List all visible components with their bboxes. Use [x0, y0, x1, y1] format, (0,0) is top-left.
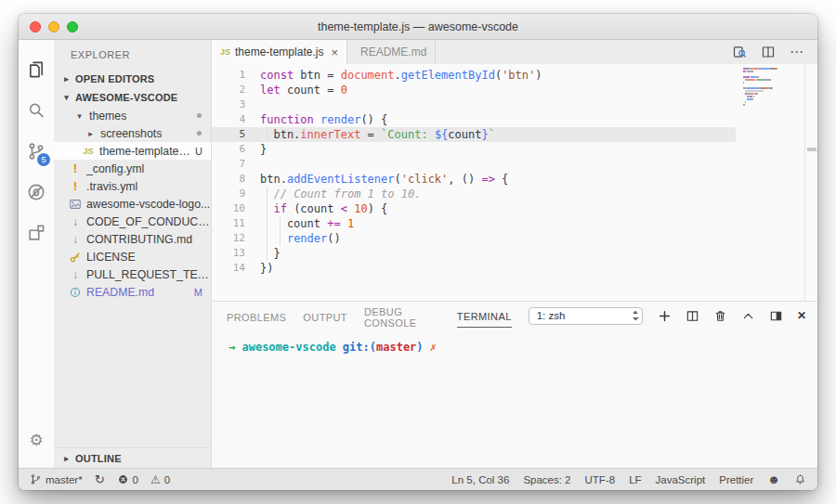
panel-tab-terminal[interactable]: TERMINAL	[457, 304, 512, 328]
activity-bar-item-search[interactable]	[19, 90, 54, 131]
tree-item-screenshots[interactable]: ▸screenshots	[54, 124, 211, 142]
files-icon	[26, 59, 46, 80]
status-item-prettier[interactable]: Prettier	[719, 474, 753, 485]
line-content: })	[245, 261, 736, 276]
panel-tab-debug-console[interactable]: DEBUG CONSOLE	[364, 299, 440, 333]
minimap[interactable]	[743, 68, 803, 107]
tree-item-contributing-md[interactable]: ↓CONTRIBUTING.md	[54, 230, 211, 248]
status-item-0[interactable]: 0	[117, 473, 138, 485]
status-item-0[interactable]: ⚠0	[150, 473, 170, 486]
more-actions-icon[interactable]: ⋯	[790, 44, 804, 60]
line-number: 8	[212, 172, 245, 187]
scrollbar-thumb[interactable]	[807, 148, 816, 151]
chevron-down-icon: ▾	[74, 111, 85, 121]
code-line-3[interactable]: 3	[212, 97, 736, 112]
editor-actions: ⋯	[732, 40, 817, 64]
code-line-1[interactable]: 1const btn = document.getElementById('bt…	[212, 68, 736, 83]
line-content: if (count < 10) {	[245, 201, 736, 216]
code-line-4[interactable]: 4function render() {	[212, 112, 736, 127]
activity-bar-item-extensions[interactable]	[19, 213, 54, 253]
code-editor[interactable]: 1const btn = document.getElementById('bt…	[212, 64, 817, 301]
status-item-feedback-smiley-icon[interactable]: ☻	[767, 472, 780, 486]
panel-tab-problems[interactable]: PROBLEMS	[227, 304, 286, 328]
code-line-7[interactable]: 7	[212, 157, 736, 172]
code-line-6[interactable]: 6}	[212, 142, 736, 157]
code-line-11[interactable]: 11 count += 1	[212, 216, 736, 231]
activity-bar-item-debug[interactable]	[19, 172, 54, 213]
js-file-icon: JS	[82, 147, 95, 156]
tree-item-awesome-vscode-logo[interactable]: awesome-vscode-logo...	[54, 195, 211, 213]
maximize-panel-icon[interactable]	[741, 309, 755, 323]
open-preview-icon[interactable]	[732, 45, 747, 59]
tree-item-pull-request-temp[interactable]: ↓PULL_REQUEST_TEMP...	[54, 265, 211, 283]
line-content: }	[245, 246, 736, 261]
titlebar[interactable]: theme-template.js — awesome-vscode	[19, 14, 817, 40]
code-line-14[interactable]: 14})	[212, 261, 736, 276]
close-panel-icon[interactable]: ✕	[797, 309, 806, 322]
tree-item-theme-template[interactable]: JStheme-template....U	[54, 142, 211, 160]
outline-section[interactable]: ▸ OUTLINE	[54, 447, 211, 468]
code-line-5[interactable]: 5 btn.innerText = `Count: ${count}`	[212, 127, 736, 142]
tab-label: README.md	[360, 45, 426, 58]
status-item-javascript[interactable]: JavaScript	[656, 474, 706, 485]
open-editors-label: OPEN EDITORS	[75, 73, 154, 84]
tree-item-license[interactable]: LICENSE	[54, 248, 211, 265]
activity-bar-item-source-control[interactable]: 5	[19, 131, 54, 172]
sync-icon: ↻	[95, 472, 105, 486]
code-line-8[interactable]: 8btn.addEventListener('click', () => {	[212, 172, 736, 187]
window-title: theme-template.js — awesome-vscode	[19, 14, 817, 40]
outline-label: OUTLINE	[75, 453, 122, 464]
status-item-spaces-2[interactable]: Spaces: 2	[523, 474, 570, 485]
file-tree: ▾themes▸screenshotsJStheme-template....U…	[54, 107, 211, 301]
shell-select[interactable]: 1: zsh	[529, 307, 643, 325]
search-icon	[26, 100, 46, 121]
vscode-window: theme-template.js — awesome-vscode 5 ⚙ E…	[19, 14, 817, 490]
markdown-file-icon: ↓	[69, 268, 82, 281]
tree-item-readme-md[interactable]: README.mdM	[54, 283, 211, 301]
tree-item-code-of-conduct[interactable]: ↓CODE_OF_CONDUCT....	[54, 213, 211, 230]
tree-item-travis-yml[interactable]: !.travis.yml	[54, 177, 211, 195]
code-line-13[interactable]: 13 }	[212, 246, 736, 261]
new-terminal-icon[interactable]	[658, 309, 672, 323]
tree-item-label: .travis.yml	[86, 180, 137, 193]
editor-group: JS theme-template.js × README.md ⋯	[212, 40, 817, 468]
tab-theme-template-js[interactable]: JS theme-template.js ×	[212, 40, 347, 64]
status-item-lf[interactable]: LF	[629, 474, 641, 485]
status-item-ln-5-col-36[interactable]: Ln 5, Col 36	[451, 474, 509, 485]
tree-item-label: CODE_OF_CONDUCT....	[86, 215, 211, 228]
code-line-10[interactable]: 10 if (count < 10) {	[212, 201, 736, 216]
status-item-master[interactable]: master*	[30, 473, 83, 485]
code-line-9[interactable]: 9 // Count from 1 to 10.	[212, 187, 736, 201]
status-item-sync-icon[interactable]: ↻	[95, 472, 105, 486]
split-terminal-icon[interactable]	[686, 309, 699, 323]
info-icon	[69, 286, 82, 299]
root-folder-section[interactable]: ▾ AWESOME-VSCODE	[54, 88, 211, 107]
tree-item-label: awesome-vscode-logo...	[86, 198, 210, 211]
code-line-12[interactable]: 12 render()	[212, 231, 736, 246]
status-item-bell-icon[interactable]	[794, 473, 806, 485]
terminal-content[interactable]: → awesome-vscode git:(master) ✗	[212, 330, 817, 354]
warning-icon: ⚠	[150, 473, 161, 486]
kill-terminal-icon[interactable]	[713, 309, 727, 323]
terminal-prompt: → awesome-vscode git:(master) ✗	[229, 341, 437, 354]
line-content	[245, 97, 736, 112]
indent-guide	[280, 216, 281, 231]
close-tab-icon[interactable]: ×	[331, 45, 338, 59]
panel-tab-output[interactable]: OUTPUT	[303, 304, 347, 328]
status-item-utf-8[interactable]: UTF-8	[585, 474, 616, 485]
tab-label: theme-template.js	[235, 45, 323, 58]
activity-bar-item-explorer[interactable]	[19, 49, 54, 90]
settings-gear-icon[interactable]: ⚙	[19, 421, 54, 459]
split-editor-icon[interactable]	[761, 45, 776, 59]
line-number: 9	[212, 187, 245, 201]
editor-scrollbar[interactable]	[804, 64, 817, 301]
toggle-panel-position-icon[interactable]	[769, 309, 783, 323]
indent-guide	[267, 201, 268, 216]
sidebar-spacer	[54, 301, 211, 447]
open-editors-section[interactable]: ▸ OPEN EDITORS	[54, 70, 211, 88]
line-number: 10	[212, 201, 245, 216]
tab-readme-md[interactable]: README.md	[347, 40, 436, 64]
tree-item-themes[interactable]: ▾themes	[54, 107, 211, 124]
code-line-2[interactable]: 2let count = 0	[212, 83, 736, 97]
tree-item-config-yml[interactable]: !_config.yml	[54, 160, 211, 177]
